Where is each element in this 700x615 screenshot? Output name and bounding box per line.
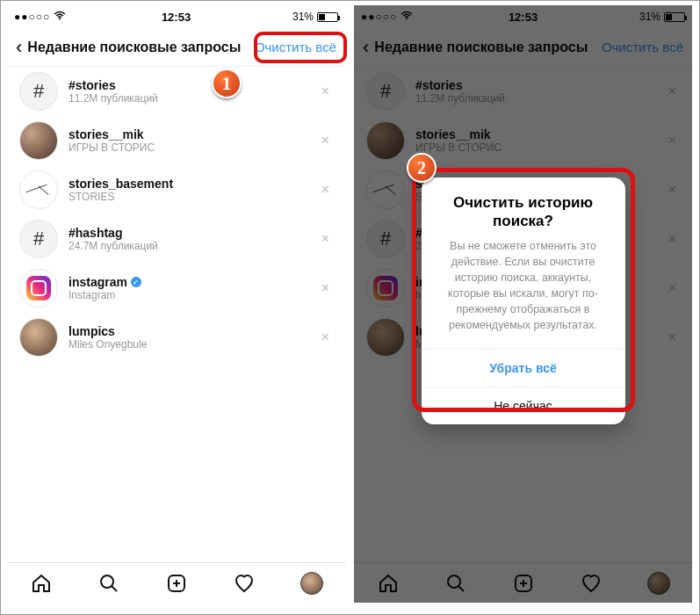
list-item[interactable]: stories__mikИГРЫ В СТОРИС × [7, 116, 345, 165]
avatar [19, 121, 58, 160]
remove-item-icon[interactable]: × [665, 133, 680, 148]
add-post-icon[interactable] [165, 572, 188, 595]
verified-icon: ✓ [131, 277, 141, 287]
back-icon[interactable]: ‹ [16, 36, 27, 59]
profile-icon[interactable] [647, 572, 670, 595]
tutorial-canvas: ●●○○○ 12:53 31% ‹ Недавние поисковые зап… [0, 0, 700, 615]
remove-item-icon[interactable]: × [318, 182, 333, 198]
svg-point-6 [406, 18, 408, 20]
item-name: stories__mik [415, 127, 665, 141]
avatar [366, 318, 405, 357]
item-name: lumpics [69, 324, 318, 338]
item-sub: 11.2M публикаций [69, 92, 318, 105]
hashtag-icon: # [19, 220, 58, 258]
remove-item-icon[interactable]: × [318, 329, 333, 345]
status-battery: 31% [639, 11, 685, 23]
activity-icon[interactable] [233, 572, 256, 595]
remove-item-icon[interactable]: × [318, 83, 333, 99]
instagram-icon [19, 269, 58, 308]
wifi-icon [401, 11, 413, 19]
avatar [19, 170, 58, 209]
item-name: stories__mik [69, 127, 318, 141]
list-item[interactable]: stories_basementSTORIES × [7, 165, 345, 214]
remove-item-icon[interactable]: × [665, 329, 680, 345]
remove-item-icon[interactable]: × [318, 133, 333, 148]
svg-point-1 [101, 575, 113, 588]
dialog-title: Очистить историю поиска? [422, 177, 625, 238]
profile-icon[interactable] [300, 572, 323, 595]
avatar [366, 121, 405, 160]
activity-icon[interactable] [580, 572, 603, 595]
status-bar: ●●○○○ 12:53 31% [354, 5, 692, 28]
svg-line-2 [112, 586, 117, 591]
item-name: #stories [415, 78, 665, 92]
instagram-icon [366, 269, 405, 308]
hashtag-icon: # [19, 72, 58, 111]
signal-dots: ●●○○○ [14, 11, 66, 23]
page-title: Недавние поисковые запросы [27, 40, 255, 55]
item-name: #stories [69, 78, 318, 92]
clear-all-button[interactable]: Очистить всё [602, 40, 683, 54]
clear-all-button[interactable]: Очистить всё [255, 40, 336, 54]
item-sub: STORIES [69, 191, 318, 203]
search-icon[interactable] [97, 572, 120, 595]
list-item[interactable]: # #stories11.2M публикаций × [354, 67, 692, 116]
item-sub: Instagram [69, 289, 318, 301]
signal-dots: ●●○○○ [361, 11, 413, 23]
cancel-button[interactable]: Не сейчас [422, 387, 625, 424]
status-battery: 31% [292, 11, 338, 23]
svg-line-8 [458, 586, 464, 591]
phone-screen-2: ●●○○○ 12:53 31% ‹ Недавние поисковые зап… [354, 5, 692, 603]
remove-item-icon[interactable]: × [665, 231, 680, 247]
add-post-icon[interactable] [512, 572, 535, 595]
confirm-button[interactable]: Убрать всё [422, 349, 625, 387]
remove-item-icon[interactable]: × [665, 182, 680, 198]
status-bar: ●●○○○ 12:53 31% [7, 5, 345, 28]
wifi-icon [54, 11, 66, 19]
list-item[interactable]: stories__mikИГРЫ В СТОРИС × [354, 116, 692, 165]
battery-icon [317, 12, 338, 22]
remove-item-icon[interactable]: × [665, 280, 680, 296]
search-icon[interactable] [444, 572, 467, 595]
list-item[interactable]: lumpicsMiles Onyegbule × [7, 313, 345, 362]
status-time: 12:53 [509, 11, 538, 24]
item-sub: 11.2M публикаций [415, 92, 665, 105]
hashtag-icon: # [366, 220, 405, 258]
avatar [19, 318, 58, 357]
svg-point-7 [448, 575, 460, 588]
svg-point-0 [59, 18, 61, 20]
tab-bar [7, 562, 345, 603]
item-name: #hashtag [69, 226, 318, 240]
home-icon[interactable] [30, 572, 53, 595]
hashtag-icon: # [366, 72, 405, 111]
item-name: instagram✓ [69, 275, 318, 289]
status-time: 12:53 [162, 11, 191, 24]
item-sub: 24.7M публикаций [69, 240, 318, 252]
back-icon[interactable]: ‹ [363, 36, 374, 59]
step-badge-1: 1 [212, 69, 242, 98]
item-sub: ИГРЫ В СТОРИС [69, 141, 318, 154]
remove-item-icon[interactable]: × [665, 83, 680, 99]
battery-icon [664, 12, 685, 22]
nav-bar: ‹ Недавние поисковые запросы Очистить вс… [7, 28, 345, 67]
phone-screen-1: ●●○○○ 12:53 31% ‹ Недавние поисковые зап… [7, 5, 345, 603]
item-sub: ИГРЫ В СТОРИС [415, 141, 665, 154]
step-badge-2: 2 [407, 153, 437, 183]
page-title: Недавние поисковые запросы [374, 40, 602, 55]
list-item[interactable]: # #hashtag24.7M публикаций × [7, 214, 345, 264]
home-icon[interactable] [377, 572, 400, 595]
remove-item-icon[interactable]: × [318, 280, 333, 296]
list-item[interactable]: instagram✓Instagram × [7, 264, 345, 313]
avatar [366, 170, 405, 209]
nav-bar: ‹ Недавние поисковые запросы Очистить вс… [354, 28, 692, 67]
confirm-dialog: Очистить историю поиска? Вы не сможете о… [422, 177, 625, 424]
item-sub: Miles Onyegbule [69, 338, 318, 351]
tab-bar [354, 562, 692, 603]
list-item[interactable]: # #stories11.2M публикаций × [7, 67, 345, 116]
dialog-body: Вы не сможете отменить это действие. Есл… [422, 238, 625, 350]
search-history-list: # #stories11.2M публикаций × stories__mi… [7, 67, 345, 562]
item-name: stories_basement [69, 177, 318, 191]
remove-item-icon[interactable]: × [318, 231, 333, 247]
